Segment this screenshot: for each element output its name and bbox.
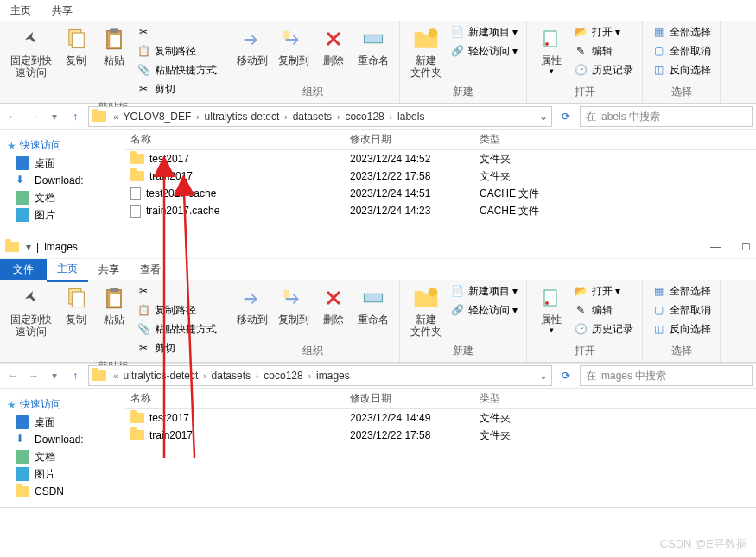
tab-home[interactable]: 主页 — [0, 0, 41, 22]
move-to-button[interactable]: 移动到 — [232, 22, 273, 69]
paste-button[interactable]: 粘贴 — [95, 282, 133, 328]
paste-icon — [100, 25, 128, 53]
breadcrumb[interactable]: « ultralytics-detect› datasets› coco128›… — [88, 365, 552, 386]
new-item-button[interactable]: 📄新建项目▾ — [447, 22, 521, 41]
select-all-button[interactable]: ▦全部选择 — [648, 22, 715, 41]
cut-row[interactable]: ✂剪切 — [133, 79, 220, 98]
new-folder-button[interactable]: 新建 文件夹 — [405, 22, 447, 82]
svg-rect-13 — [110, 288, 118, 292]
sidebar-item[interactable]: 桌面 — [0, 155, 125, 172]
sidebar-item[interactable]: CSDN — [0, 483, 125, 500]
cut-button[interactable]: ✂ — [133, 22, 220, 41]
file-row[interactable]: train20172023/12/22 17:58文件夹 — [125, 168, 756, 185]
file-row[interactable]: test2017.cache2023/12/24 14:51CACHE 文件 — [125, 185, 756, 202]
back-button[interactable]: ← — [3, 107, 22, 126]
sidebar-item[interactable]: 文档 — [0, 189, 125, 206]
select-none-button[interactable]: ▢全部取消 — [648, 301, 715, 320]
file-row[interactable]: train20172023/12/22 17:58文件夹 — [125, 427, 756, 444]
star-icon: ★ — [7, 140, 16, 152]
new-folder-button[interactable]: 新建 文件夹 — [405, 282, 447, 341]
invert-button[interactable]: ◫反向选择 — [648, 320, 715, 339]
sidebar-item[interactable]: 图片 — [0, 465, 125, 483]
cut-row[interactable]: ✂剪切 — [133, 339, 220, 358]
svg-point-7 — [429, 28, 438, 38]
easy-access-button[interactable]: 🔗轻松访问▾ — [447, 301, 521, 320]
copy-button[interactable]: 复制 — [57, 22, 95, 69]
history-button[interactable]: 🕑历史记录 — [570, 320, 637, 339]
move-icon — [238, 25, 266, 53]
minimize-button[interactable]: — — [710, 241, 721, 253]
sidebar-item[interactable]: 桌面 — [0, 414, 125, 431]
history-button[interactable]: 🕑历史记录 — [570, 60, 637, 79]
refresh-button[interactable]: ⟳ — [556, 370, 576, 382]
properties-button[interactable]: 属性▾ — [532, 22, 570, 78]
tab-home[interactable]: 主页 — [47, 258, 88, 282]
rename-button[interactable]: 重命名 — [353, 282, 394, 328]
edit-button[interactable]: ✎编辑 — [570, 41, 637, 60]
sidebar-item[interactable]: ⬇Download: — [0, 431, 125, 448]
delete-button[interactable]: 删除 — [314, 282, 353, 328]
properties-button[interactable]: 属性▾ — [532, 282, 570, 337]
select-none-button[interactable]: ▢全部取消 — [648, 41, 715, 60]
invert-button[interactable]: ◫反向选择 — [648, 60, 715, 79]
open-button[interactable]: 📂打开▾ — [570, 22, 637, 41]
rename-button[interactable]: 重命名 — [353, 22, 394, 69]
open-button[interactable]: 📂打开▾ — [570, 282, 637, 301]
invert-icon: ◫ — [651, 63, 665, 77]
selectall-icon: ▦ — [651, 25, 665, 39]
svg-rect-1 — [72, 33, 84, 48]
quick-access[interactable]: ★ 快速访问 — [0, 396, 125, 414]
history-icon: 🕑 — [574, 63, 588, 77]
breadcrumb[interactable]: « YOLOV8_DEF› ultralytics-detect› datase… — [88, 106, 552, 127]
copy-to-button[interactable]: 复制到 — [273, 22, 314, 69]
search-box[interactable]: 在 labels 中搜索 — [580, 106, 753, 127]
sidebar-item[interactable]: 文档 — [0, 448, 125, 465]
sidebar-item[interactable]: 图片 — [0, 206, 125, 224]
easy-access-button[interactable]: 🔗轻松访问▾ — [447, 41, 521, 60]
pin-button[interactable]: 固定到快 速访问 — [5, 22, 57, 82]
paste-button[interactable]: 粘贴 — [95, 22, 133, 69]
tab-share[interactable]: 共享 — [88, 259, 130, 281]
maximize-button[interactable]: ☐ — [741, 241, 751, 253]
delete-button[interactable]: 删除 — [314, 22, 353, 69]
list-header[interactable]: 名称 修改日期 类型 — [125, 389, 756, 409]
explorer-window-2: ▾ | images — ☐ 文件 主页 共享 查看 固定到快 速访问 复制 粘… — [0, 235, 756, 508]
cut-button[interactable]: ✂ — [133, 282, 220, 301]
copy-to-button[interactable]: 复制到 — [273, 282, 314, 328]
sidebar-item[interactable]: ⬇Download: — [0, 172, 125, 189]
recent-button[interactable]: ▾ — [45, 107, 64, 126]
back-button[interactable]: ← — [3, 366, 22, 385]
file-row[interactable]: test20172023/12/24 14:49文件夹 — [125, 409, 756, 427]
up-button[interactable]: ↑ — [66, 107, 85, 126]
copy-path-button[interactable]: 📋复制路径 — [133, 41, 220, 60]
quick-access[interactable]: ★ 快速访问 — [0, 136, 125, 155]
refresh-button[interactable]: ⟳ — [556, 111, 576, 123]
search-box[interactable]: 在 images 中搜索 — [580, 365, 753, 386]
move-to-button[interactable]: 移动到 — [232, 282, 273, 328]
select-label: 选择 — [648, 83, 715, 101]
list-header[interactable]: 名称 修改日期 类型 — [125, 130, 756, 150]
tab-view[interactable]: 查看 — [130, 259, 171, 281]
tab-file[interactable]: 文件 — [0, 259, 47, 280]
new-item-button[interactable]: 📄新建项目▾ — [447, 282, 521, 301]
recent-button[interactable]: ▾ — [45, 366, 64, 385]
forward-button[interactable]: → — [24, 107, 43, 126]
forward-button[interactable]: → — [24, 366, 43, 385]
copyto-icon — [280, 25, 308, 53]
copy-button[interactable]: 复制 — [57, 282, 95, 328]
paste-shortcut-button[interactable]: 📎粘贴快捷方式 — [133, 320, 220, 339]
paste-shortcut-button[interactable]: 📎粘贴快捷方式 — [133, 60, 220, 79]
copy-path-button[interactable]: 📋复制路径 — [133, 301, 220, 320]
pin-button[interactable]: 固定到快 速访问 — [5, 282, 57, 341]
address-bar: ← → ▾ ↑ « YOLOV8_DEF› ultralytics-detect… — [0, 104, 756, 130]
crumb: datasets — [291, 111, 334, 123]
select-all-button[interactable]: ▦全部选择 — [648, 282, 715, 301]
up-button[interactable]: ↑ — [66, 366, 85, 385]
svg-rect-4 — [110, 35, 120, 47]
file-row[interactable]: train2017.cache2023/12/24 14:23CACHE 文件 — [125, 202, 756, 219]
file-row[interactable]: test20172023/12/24 14:52文件夹 — [125, 150, 756, 168]
svg-point-19 — [545, 301, 549, 305]
tab-share[interactable]: 共享 — [41, 0, 83, 22]
paste-icon — [100, 284, 128, 312]
edit-button[interactable]: ✎编辑 — [570, 301, 637, 320]
